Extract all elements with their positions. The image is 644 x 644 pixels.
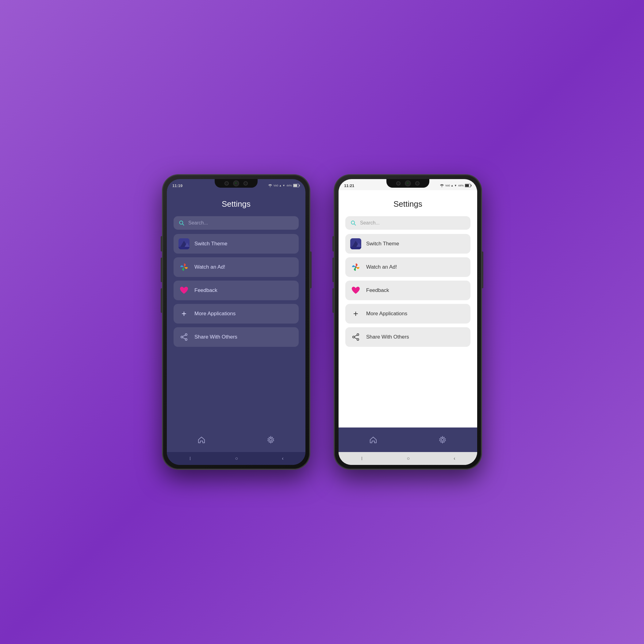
- svg-point-28: [357, 334, 359, 335]
- front-camera-sensor2: [243, 181, 248, 186]
- screen-light: 11:21 Vo0 ▲ ▼ 44%: [339, 179, 477, 465]
- battery-icon-dark: [293, 184, 300, 187]
- wifi-icon-light: [440, 184, 444, 187]
- front-camera-sensor-light: [396, 181, 401, 186]
- volume-mute-button[interactable]: [161, 236, 162, 251]
- svg-point-0: [270, 186, 270, 187]
- svg-rect-26: [350, 247, 361, 249]
- svg-point-27: [355, 266, 357, 268]
- switch-theme-item-dark[interactable]: Switch Theme: [174, 234, 299, 254]
- svg-line-14: [183, 335, 185, 336]
- sys-home-btn-light[interactable]: ○: [407, 456, 410, 461]
- svg-line-22: [354, 224, 356, 225]
- volume-down-button[interactable]: [161, 288, 162, 313]
- plus-icon-light: +: [350, 308, 361, 319]
- share-label-light: Share With Others: [366, 334, 409, 340]
- svg-line-15: [183, 338, 185, 339]
- bottom-nav-light: [339, 427, 477, 452]
- svg-line-31: [355, 335, 357, 336]
- watch-ad-label-dark: Watch an Ad!: [194, 264, 225, 270]
- page-title-light: Settings: [345, 199, 470, 209]
- nav-home-light[interactable]: [369, 436, 377, 444]
- svg-point-11: [185, 334, 187, 335]
- sys-home-btn-dark[interactable]: ○: [235, 456, 238, 461]
- app-content-light: Settings Search...: [339, 190, 477, 427]
- share-label-dark: Share With Others: [194, 334, 237, 340]
- front-camera-lens-light: [405, 180, 411, 186]
- screen-dark: 11:19 Vo0 ▲ ▼ 44%: [167, 179, 305, 465]
- volume-up-button-light[interactable]: [332, 258, 334, 282]
- feedback-item-light[interactable]: Feedback: [345, 281, 470, 300]
- volume-up-button[interactable]: [161, 258, 162, 282]
- status-icons-light: Vo0 ▲ ▼ 44%: [440, 184, 472, 187]
- svg-rect-9: [178, 247, 190, 249]
- search-icon-dark: [178, 220, 185, 226]
- bottom-nav-dark: [167, 427, 305, 452]
- front-camera-sensor: [224, 181, 229, 186]
- heart-icon-dark: [178, 285, 190, 296]
- network-text-light: Vo0 ▲ ▼: [445, 184, 457, 187]
- search-placeholder-dark: Search...: [188, 220, 208, 226]
- app-content-dark: Settings Search...: [167, 190, 305, 427]
- more-apps-label-light: More Applications: [366, 311, 407, 317]
- switch-theme-label-light: Switch Theme: [366, 241, 399, 247]
- dark-phone: 11:19 Vo0 ▲ ▼ 44%: [163, 175, 310, 469]
- pinwheel-icon-dark: [178, 262, 190, 273]
- sys-menu-btn-dark[interactable]: ⫶: [189, 456, 191, 461]
- volume-mute-button-light[interactable]: [332, 236, 334, 251]
- share-icon-dark: [178, 332, 190, 343]
- svg-point-13: [181, 336, 183, 338]
- share-item-light[interactable]: Share With Others: [345, 327, 470, 347]
- svg-line-5: [182, 224, 184, 225]
- lte-text-dark: 44%: [286, 184, 292, 187]
- phone-notch-dark: [215, 179, 258, 188]
- home-icon-light: [369, 436, 377, 444]
- front-camera-sensor2-light: [415, 181, 420, 186]
- svg-rect-2: [299, 185, 300, 186]
- feedback-label-dark: Feedback: [194, 287, 217, 293]
- search-bar-light[interactable]: Search...: [345, 216, 470, 230]
- watch-ad-label-light: Watch an Ad!: [366, 264, 397, 270]
- nav-settings-light[interactable]: [439, 436, 447, 444]
- more-apps-item-light[interactable]: + More Applications: [345, 304, 470, 324]
- svg-rect-3: [293, 184, 297, 187]
- nav-settings-dark[interactable]: [267, 436, 275, 444]
- pinwheel-icon-light: [350, 262, 361, 273]
- switch-theme-item-light[interactable]: Switch Theme: [345, 234, 470, 254]
- theme-icon-light-phone: [350, 238, 361, 249]
- sys-nav-light: ⫶ ○ ‹: [339, 452, 477, 465]
- more-apps-item-dark[interactable]: + More Applications: [174, 304, 299, 324]
- heart-icon-light: [350, 285, 361, 296]
- plus-icon-dark: +: [178, 308, 190, 319]
- front-camera-lens: [233, 180, 239, 186]
- volume-down-button-light[interactable]: [332, 288, 334, 313]
- search-bar-dark[interactable]: Search...: [174, 216, 299, 230]
- more-apps-label-dark: More Applications: [194, 311, 236, 317]
- svg-point-16: [270, 439, 272, 441]
- feedback-item-dark[interactable]: Feedback: [174, 281, 299, 300]
- share-item-dark[interactable]: Share With Others: [174, 327, 299, 347]
- status-icons-dark: Vo0 ▲ ▼ 44%: [268, 184, 300, 187]
- light-phone: 11:21 Vo0 ▲ ▼ 44%: [334, 175, 481, 469]
- search-icon-light: [350, 220, 356, 226]
- share-icon-light: [350, 332, 361, 343]
- svg-point-17: [441, 186, 442, 187]
- sys-menu-btn-light[interactable]: ⫶: [361, 456, 363, 461]
- svg-line-32: [355, 338, 357, 339]
- sys-back-btn-light[interactable]: ‹: [454, 456, 455, 461]
- settings-icon-dark: [267, 436, 275, 444]
- sys-nav-dark: ⫶ ○ ‹: [167, 452, 305, 465]
- theme-icon-dark: [178, 238, 190, 249]
- settings-icon-light: [439, 436, 447, 444]
- switch-theme-label-dark: Switch Theme: [194, 241, 227, 247]
- sys-back-btn-dark[interactable]: ‹: [282, 456, 283, 461]
- lte-text-light: 44%: [458, 184, 464, 187]
- power-button-light[interactable]: [482, 251, 483, 288]
- svg-rect-19: [471, 185, 472, 186]
- power-button[interactable]: [310, 251, 312, 288]
- watch-ad-item-light[interactable]: Watch an Ad!: [345, 257, 470, 277]
- home-icon-dark: [197, 436, 205, 444]
- nav-home-dark[interactable]: [197, 436, 205, 444]
- svg-point-29: [357, 339, 359, 340]
- watch-ad-item-dark[interactable]: Watch an Ad!: [174, 257, 299, 277]
